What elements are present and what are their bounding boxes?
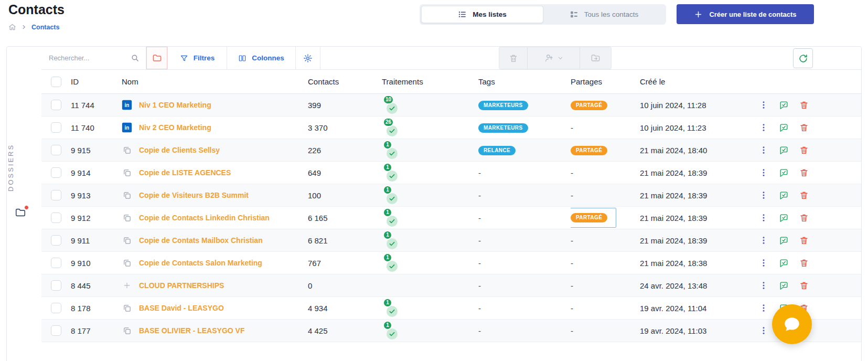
tag-badge: RELANCE — [478, 146, 516, 155]
row-checkbox[interactable] — [51, 122, 61, 133]
row-delete-button[interactable] — [799, 168, 809, 177]
contacts-count: 6 165 — [308, 214, 382, 222]
row-id: 9 914 — [71, 168, 122, 177]
list-name-link[interactable]: Copie de LISTE AGENCES — [139, 168, 231, 177]
row-id: 8 178 — [71, 304, 122, 313]
table-settings-button[interactable] — [296, 47, 320, 69]
row-checkbox[interactable] — [51, 213, 61, 223]
row-menu-button[interactable] — [759, 303, 768, 313]
breadcrumb-link-contacts[interactable]: Contacts — [31, 24, 59, 31]
row-delete-button[interactable] — [799, 190, 809, 200]
tag-badge: MARKETEURS — [478, 101, 528, 110]
row-checkbox[interactable] — [51, 258, 61, 268]
notification-dot — [24, 205, 29, 210]
list-name-link[interactable]: CLOUD PARTNERSHIPS — [139, 281, 224, 290]
row-menu-button[interactable] — [759, 258, 768, 268]
treatments-count: 1 — [383, 298, 392, 307]
row-delete-button[interactable] — [799, 281, 809, 290]
tab-tous-les-contacts[interactable]: Tous les contacts — [543, 6, 665, 23]
shared-badge-focused[interactable]: PARTAGÉ — [571, 208, 616, 228]
row-message-button[interactable] — [779, 213, 789, 223]
empty-value: - — [478, 326, 481, 335]
table-area: Filtres Colonnes — [41, 47, 861, 361]
row-menu-button[interactable] — [759, 168, 768, 177]
row-checkbox[interactable] — [51, 190, 61, 200]
row-menu-button[interactable] — [759, 326, 768, 335]
row-message-button[interactable] — [779, 190, 789, 200]
shared-badge[interactable]: PARTAGÉ — [571, 213, 607, 222]
row-message-button[interactable] — [779, 236, 789, 246]
search-input[interactable] — [49, 54, 126, 62]
tab-mes-listes[interactable]: Mes listes — [421, 6, 543, 23]
tag-badge: MARKETEURS — [478, 123, 528, 133]
chat-fab-button[interactable] — [772, 304, 812, 344]
row-menu-button[interactable] — [759, 145, 768, 155]
treatments-badge: 1 — [383, 230, 399, 249]
search-box — [41, 47, 146, 69]
row-menu-button[interactable] — [759, 100, 768, 110]
row-delete-button[interactable] — [799, 236, 809, 245]
table-row: 9 910Copie de Contacts Salon Marketing76… — [41, 252, 861, 274]
chevron-down-icon — [557, 55, 564, 61]
row-checkbox[interactable] — [51, 100, 61, 110]
list-name-link[interactable]: Copie de Contacts Linkedin Christian — [139, 214, 270, 222]
created-date: 21 mai 2024, 18:39 — [640, 236, 753, 245]
row-menu-button[interactable] — [759, 123, 768, 132]
row-delete-button[interactable] — [799, 100, 809, 110]
contacts-count: 0 — [308, 281, 382, 290]
row-menu-button[interactable] — [759, 281, 768, 290]
row-checkbox[interactable] — [51, 303, 61, 313]
columns-button[interactable]: Colonnes — [227, 47, 295, 69]
row-checkbox[interactable] — [51, 145, 61, 155]
list-name-link[interactable]: Copie de Contacts Salon Marketing — [139, 259, 262, 267]
row-menu-button[interactable] — [759, 236, 768, 245]
treatments-count: 1 — [383, 185, 392, 195]
folders-toggle-button[interactable] — [14, 207, 28, 219]
row-message-button[interactable] — [779, 123, 789, 133]
row-menu-button[interactable] — [759, 213, 768, 222]
row-message-button[interactable] — [779, 100, 789, 110]
create-list-button[interactable]: Créer une liste de contacts — [677, 4, 814, 24]
row-id: 11 740 — [71, 123, 122, 132]
filters-button[interactable]: Filtres — [168, 47, 227, 69]
row-checkbox[interactable] — [51, 280, 61, 291]
row-id: 11 744 — [71, 101, 122, 110]
table-row: 11 744inNiv 1 CEO Marketing39910MARKETEU… — [41, 94, 861, 116]
row-checkbox[interactable] — [51, 167, 61, 178]
bulk-delete-button[interactable] — [499, 47, 527, 69]
bulk-move-to-folder-button[interactable] — [580, 47, 611, 69]
list-name-link[interactable]: Copie de Clients Sellsy — [139, 146, 220, 154]
row-id: 9 913 — [71, 191, 122, 200]
list-name-link[interactable]: Copie de Visiteurs B2B Summit — [139, 191, 249, 199]
row-id: 9 912 — [71, 214, 122, 222]
select-all-checkbox[interactable] — [51, 77, 61, 87]
contacts-count: 767 — [308, 259, 382, 268]
row-checkbox[interactable] — [51, 235, 61, 246]
row-checkbox[interactable] — [51, 325, 61, 336]
bulk-export-button[interactable] — [527, 47, 580, 69]
home-icon[interactable] — [8, 23, 16, 31]
treatments-badge: 1 — [383, 208, 399, 227]
list-name-link[interactable]: Niv 1 CEO Marketing — [139, 101, 211, 109]
list-name-link[interactable]: Niv 2 CEO Marketing — [139, 123, 211, 132]
row-message-button[interactable] — [779, 145, 789, 155]
list-name-link[interactable]: BASE David - LEASYGO — [139, 304, 224, 312]
row-delete-button[interactable] — [799, 145, 809, 155]
refresh-button[interactable] — [793, 48, 813, 68]
row-message-button[interactable] — [779, 281, 789, 291]
search-icon[interactable] — [131, 54, 140, 62]
row-message-button[interactable] — [779, 168, 789, 178]
row-delete-button[interactable] — [799, 213, 809, 222]
copy-icon — [122, 259, 132, 268]
folders-sidebar-label: DOSSIERS — [7, 139, 37, 196]
table-toolbar: Filtres Colonnes — [41, 47, 861, 70]
row-message-button[interactable] — [779, 258, 789, 268]
row-delete-button[interactable] — [799, 258, 809, 268]
list-name-link[interactable]: Copie de Contats Mailbox Christian — [139, 236, 263, 245]
row-menu-button[interactable] — [759, 190, 768, 200]
shared-badge[interactable]: PARTAGÉ — [571, 146, 607, 155]
folder-filter-button[interactable] — [146, 47, 167, 69]
list-name-link[interactable]: BASE OLIVIER - LEASYGO VF — [139, 326, 244, 335]
row-delete-button[interactable] — [799, 123, 809, 132]
shared-badge[interactable]: PARTAGÉ — [571, 101, 607, 110]
